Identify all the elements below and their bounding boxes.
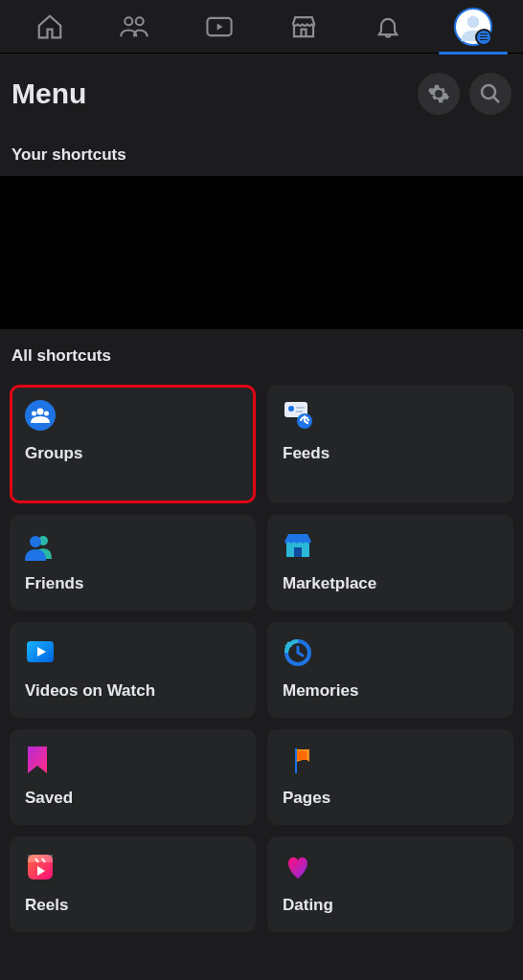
shortcut-reels[interactable]: Reels bbox=[10, 836, 256, 932]
your-shortcuts-area bbox=[0, 176, 523, 329]
nav-notifications[interactable] bbox=[346, 0, 430, 54]
search-button[interactable] bbox=[469, 73, 512, 115]
home-icon bbox=[35, 12, 64, 41]
shortcut-label: Friends bbox=[25, 574, 240, 593]
saved-icon bbox=[25, 745, 56, 775]
shortcut-dating[interactable]: Dating bbox=[267, 836, 513, 932]
shortcut-label: Dating bbox=[283, 896, 498, 915]
svg-point-7 bbox=[32, 412, 36, 416]
shortcut-watch[interactable]: Videos on Watch bbox=[10, 622, 256, 718]
shortcut-label: Pages bbox=[283, 789, 498, 808]
section-all-shortcuts-title: All shortcuts bbox=[0, 329, 523, 377]
shortcut-marketplace[interactable]: Marketplace bbox=[267, 515, 513, 611]
avatar bbox=[454, 8, 492, 46]
watch-play-icon bbox=[25, 637, 56, 668]
svg-point-15 bbox=[30, 536, 41, 547]
shortcut-saved[interactable]: Saved bbox=[10, 729, 256, 825]
pages-icon bbox=[283, 745, 313, 775]
gear-icon bbox=[427, 82, 450, 105]
svg-rect-12 bbox=[296, 411, 303, 412]
all-shortcuts: Groups Feeds Friends Marketplace Videos bbox=[0, 377, 523, 932]
people-icon bbox=[119, 12, 149, 41]
shortcut-groups[interactable]: Groups bbox=[10, 385, 256, 503]
nav-marketplace[interactable] bbox=[262, 0, 346, 54]
svg-point-5 bbox=[25, 400, 56, 431]
nav-menu[interactable] bbox=[431, 0, 515, 54]
search-icon bbox=[479, 82, 502, 105]
shortcut-feeds[interactable]: Feeds bbox=[267, 385, 513, 503]
svg-point-1 bbox=[136, 17, 144, 25]
shortcut-label: Marketplace bbox=[283, 574, 498, 593]
svg-point-10 bbox=[288, 406, 294, 412]
svg-point-3 bbox=[467, 15, 480, 28]
top-nav bbox=[0, 0, 523, 54]
svg-point-6 bbox=[37, 409, 44, 415]
shortcut-label: Videos on Watch bbox=[25, 681, 240, 701]
shortcut-friends[interactable]: Friends bbox=[10, 515, 256, 611]
shortcut-label: Groups bbox=[25, 444, 240, 463]
svg-rect-19 bbox=[295, 748, 297, 773]
memories-icon bbox=[283, 637, 313, 668]
watch-icon bbox=[204, 12, 235, 41]
shortcut-label: Reels bbox=[25, 896, 240, 915]
nav-watch[interactable] bbox=[177, 0, 262, 54]
shortcut-pages[interactable]: Pages bbox=[267, 729, 513, 825]
svg-rect-11 bbox=[296, 407, 305, 409]
settings-button[interactable] bbox=[418, 73, 460, 115]
svg-rect-16 bbox=[294, 547, 302, 557]
feeds-icon bbox=[283, 400, 313, 431]
svg-point-8 bbox=[44, 412, 49, 416]
shortcut-label: Feeds bbox=[283, 444, 498, 463]
menu-badge-icon bbox=[475, 29, 492, 46]
reels-icon bbox=[25, 852, 56, 882]
nav-friends[interactable] bbox=[92, 0, 176, 54]
groups-icon bbox=[25, 400, 56, 431]
page-title: Menu bbox=[11, 78, 86, 110]
friends-icon bbox=[25, 530, 56, 561]
marketplace-icon bbox=[283, 530, 313, 561]
marketplace-icon bbox=[289, 12, 318, 41]
shortcut-memories[interactable]: Memories bbox=[267, 622, 513, 718]
shortcuts-grid: Groups Feeds Friends Marketplace Videos bbox=[10, 385, 513, 932]
dating-icon bbox=[283, 852, 313, 882]
svg-point-4 bbox=[482, 85, 495, 99]
header-actions bbox=[418, 73, 512, 115]
svg-rect-21 bbox=[28, 855, 53, 862]
svg-point-0 bbox=[125, 17, 133, 25]
shortcut-label: Saved bbox=[25, 789, 240, 808]
menu-header: Menu bbox=[0, 54, 523, 138]
section-your-shortcuts-title: Your shortcuts bbox=[0, 138, 523, 176]
nav-home[interactable] bbox=[8, 0, 92, 54]
bell-icon bbox=[375, 12, 401, 41]
shortcut-label: Memories bbox=[283, 681, 498, 701]
